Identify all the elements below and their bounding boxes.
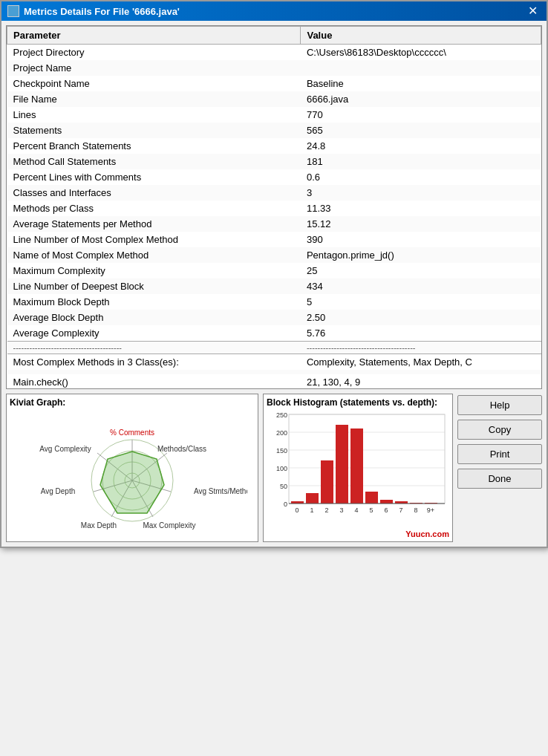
main-window: Metrics Details For File '6666.java' ✕ P… bbox=[0, 0, 548, 548]
svg-rect-31 bbox=[380, 500, 393, 504]
svg-text:3: 3 bbox=[339, 506, 343, 514]
kiviat-label-bottomright: Max Complexity bbox=[143, 521, 195, 529]
param-cell: Project Name bbox=[7, 60, 301, 76]
svg-text:6: 6 bbox=[384, 506, 388, 514]
param-cell: Average Block Depth bbox=[7, 310, 301, 325]
value-cell: 24.8 bbox=[301, 138, 541, 154]
title-bar: Metrics Details For File '6666.java' ✕ bbox=[1, 1, 547, 21]
buttons-panel: Help Copy Print Done bbox=[457, 394, 542, 542]
svg-text:0: 0 bbox=[295, 506, 299, 514]
value-cell: 3 bbox=[301, 185, 541, 201]
svg-marker-11 bbox=[100, 452, 164, 513]
value-cell bbox=[301, 60, 541, 76]
bottom-area: Kiviat Graph: bbox=[6, 394, 542, 542]
param-cell: Classes and Interfaces bbox=[7, 185, 301, 201]
svg-text:150: 150 bbox=[276, 447, 287, 454]
value-cell: 6666.java bbox=[301, 91, 541, 107]
table-row: Classes and Interfaces3 bbox=[7, 185, 541, 201]
table-row: Average Block Depth2.50 bbox=[7, 310, 541, 325]
table-row: Percent Lines with Comments0.6 bbox=[7, 169, 541, 185]
table-row: Method Call Statements181 bbox=[7, 154, 541, 169]
kiviat-label-top: % Comments bbox=[110, 428, 154, 437]
value-cell: Pentagon.prime_jd() bbox=[301, 247, 541, 263]
done-button[interactable]: Done bbox=[457, 469, 542, 489]
svg-text:250: 250 bbox=[276, 411, 287, 419]
param-cell: Percent Lines with Comments bbox=[7, 169, 301, 185]
value-cell: 770 bbox=[301, 107, 541, 123]
svg-text:0: 0 bbox=[284, 501, 287, 508]
svg-text:9+: 9+ bbox=[427, 506, 434, 514]
metrics-table: Parameter Value Project DirectoryC:\User… bbox=[7, 26, 541, 389]
param-cell: Method Call Statements bbox=[7, 154, 301, 169]
table-row: Line Number of Deepest Block434 bbox=[7, 278, 541, 294]
param-cell: Line Number of Most Complex Method bbox=[7, 232, 301, 247]
table-row: Maximum Complexity25 bbox=[7, 263, 541, 278]
window-title: Metrics Details For File '6666.java' bbox=[24, 6, 180, 17]
method-value-cell: 21, 130, 4, 9 bbox=[301, 374, 541, 389]
table-row: Project DirectoryC:\Users\86183\Desktop\… bbox=[7, 45, 541, 61]
copy-button[interactable]: Copy bbox=[457, 420, 542, 440]
svg-text:7: 7 bbox=[399, 506, 402, 514]
value-cell: 390 bbox=[301, 232, 541, 247]
kiviat-label-bottom: Max Depth bbox=[81, 521, 117, 529]
svg-rect-30 bbox=[365, 492, 378, 504]
kiviat-label-topleft: Avg Complexity bbox=[39, 445, 91, 453]
param-cell: Average Statements per Method bbox=[7, 216, 301, 232]
svg-text:100: 100 bbox=[276, 465, 287, 472]
value-cell: 565 bbox=[301, 123, 541, 138]
table-row: Lines770 bbox=[7, 107, 541, 123]
svg-text:200: 200 bbox=[276, 429, 287, 437]
title-bar-left: Metrics Details For File '6666.java' bbox=[7, 5, 180, 17]
table-row: Percent Branch Statements24.8 bbox=[7, 138, 541, 154]
param-cell: Name of Most Complex Method bbox=[7, 247, 301, 263]
table-row: File Name6666.java bbox=[7, 91, 541, 107]
table-row: Average Statements per Method15.12 bbox=[7, 216, 541, 232]
param-cell: Methods per Class bbox=[7, 201, 301, 216]
table-row: Line Number of Most Complex Method390 bbox=[7, 232, 541, 247]
histogram-graph: 250 200 150 100 50 0 bbox=[267, 411, 451, 526]
value-cell: 181 bbox=[301, 154, 541, 169]
app-icon bbox=[7, 5, 19, 17]
svg-rect-29 bbox=[350, 428, 363, 504]
table-row: Statements565 bbox=[7, 123, 541, 138]
param-cell: Line Number of Deepest Block bbox=[7, 278, 301, 294]
svg-text:1: 1 bbox=[310, 506, 313, 514]
kiviat-graph: % Comments Methods/Class Avg Stmts/Metho… bbox=[17, 411, 247, 535]
close-button[interactable]: ✕ bbox=[525, 5, 541, 17]
print-button[interactable]: Print bbox=[457, 444, 542, 464]
value-cell: 5 bbox=[301, 294, 541, 310]
separator-row: ----------------------------------------… bbox=[7, 342, 541, 354]
complex-header-row: Most Complex Methods in 3 Class(es):Comp… bbox=[7, 354, 541, 371]
kiviat-label-topright: Methods/Class bbox=[157, 445, 206, 453]
svg-text:8: 8 bbox=[414, 506, 417, 514]
value-cell: 5.76 bbox=[301, 325, 541, 342]
param-cell: Lines bbox=[7, 107, 301, 123]
param-cell: File Name bbox=[7, 91, 301, 107]
value-cell: 2.50 bbox=[301, 310, 541, 325]
param-cell: Average Complexity bbox=[7, 325, 301, 342]
kiviat-panel: Kiviat Graph: bbox=[6, 394, 258, 542]
table-row: Project Name bbox=[7, 60, 541, 76]
metrics-table-container[interactable]: Parameter Value Project DirectoryC:\User… bbox=[6, 25, 542, 389]
value-cell: 0.6 bbox=[301, 169, 541, 185]
help-button[interactable]: Help bbox=[457, 395, 542, 415]
watermark: Yuucn.com bbox=[405, 529, 449, 538]
value-cell: 25 bbox=[301, 263, 541, 278]
param-cell: Statements bbox=[7, 123, 301, 138]
value-cell: 434 bbox=[301, 278, 541, 294]
svg-rect-26 bbox=[306, 493, 319, 504]
value-cell: 15.12 bbox=[301, 216, 541, 232]
complex-method-row: Main.check()21, 130, 4, 9 bbox=[7, 374, 541, 389]
histogram-panel: Block Histogram (statements vs. depth): … bbox=[263, 394, 453, 542]
table-row: Name of Most Complex MethodPentagon.prim… bbox=[7, 247, 541, 263]
col-header-value: Value bbox=[301, 27, 541, 45]
param-cell: Percent Branch Statements bbox=[7, 138, 301, 154]
value-cell: 11.33 bbox=[301, 201, 541, 216]
svg-rect-12 bbox=[289, 414, 445, 504]
kiviat-label-left: Avg Depth bbox=[41, 487, 76, 495]
content-area: Parameter Value Project DirectoryC:\User… bbox=[1, 21, 547, 547]
col-header-parameter: Parameter bbox=[7, 27, 301, 45]
table-row: Average Complexity5.76 bbox=[7, 325, 541, 342]
param-cell: Maximum Complexity bbox=[7, 263, 301, 278]
table-row: Methods per Class11.33 bbox=[7, 201, 541, 216]
